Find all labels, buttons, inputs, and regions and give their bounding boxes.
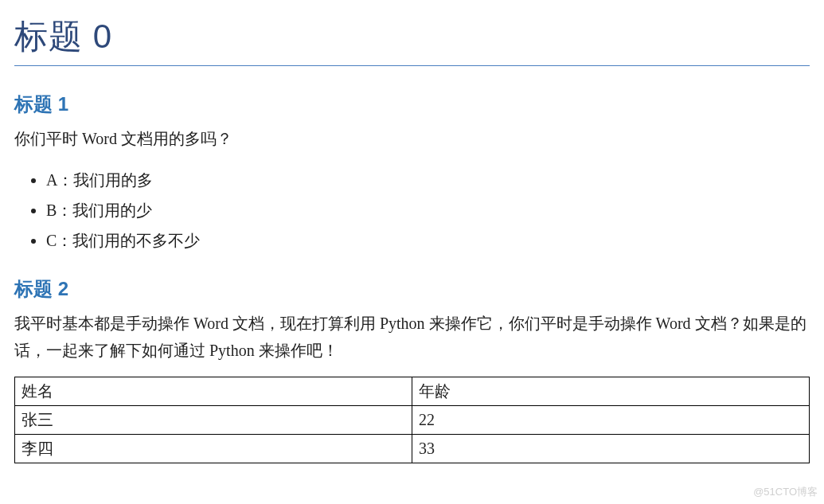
data-table: 姓名 年龄 张三 22 李四 33 — [14, 377, 810, 463]
page-title: 标题 0 — [14, 14, 810, 59]
section-2-heading: 标题 2 — [14, 276, 810, 302]
option-text: 我们用的不多不少 — [72, 232, 200, 249]
table-cell: 李四 — [15, 435, 412, 463]
list-item: C：我们用的不多不少 — [46, 225, 810, 256]
option-list: A：我们用的多 B：我们用的少 C：我们用的不多不少 — [14, 165, 810, 256]
table-row: 李四 33 — [15, 435, 810, 463]
section-2-paragraph: 我平时基本都是手动操作 Word 文档，现在打算利用 Python 来操作它，你… — [14, 310, 810, 364]
option-label: B — [46, 201, 57, 219]
table-header-cell: 年龄 — [412, 377, 810, 406]
table-cell: 33 — [412, 435, 810, 463]
table-row: 姓名 年龄 — [15, 377, 810, 406]
section-1-question: 你们平时 Word 文档用的多吗？ — [14, 125, 810, 152]
list-item: A：我们用的多 — [46, 165, 810, 195]
option-label: C — [46, 232, 57, 249]
table-row: 张三 22 — [15, 406, 810, 435]
table-cell: 张三 — [15, 406, 412, 435]
list-item: B：我们用的少 — [46, 195, 810, 225]
title-divider — [14, 65, 810, 66]
option-text: 我们用的少 — [72, 201, 152, 219]
table-cell: 22 — [412, 406, 810, 435]
option-text: 我们用的多 — [73, 171, 153, 189]
option-label: A — [46, 171, 57, 189]
section-1-heading: 标题 1 — [14, 92, 810, 117]
table-header-cell: 姓名 — [15, 377, 412, 406]
